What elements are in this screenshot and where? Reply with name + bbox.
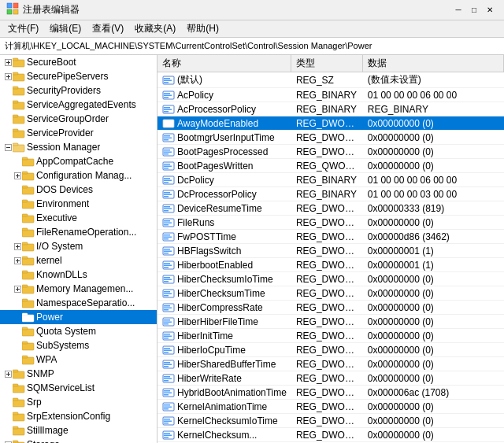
tree-item-srpextensioncfg[interactable]: SrpExtensionConfig	[0, 409, 157, 423]
tree-item-sqmservicelist[interactable]: SQMServiceList	[0, 381, 157, 395]
tree-item-serviceprovider[interactable]: ServiceProvider	[0, 126, 157, 140]
svg-rect-36	[22, 200, 28, 202]
menu-favorites[interactable]: 收藏夹(A)	[130, 20, 180, 37]
table-row[interactable]: HiberSharedBufferTimeREG_DWORD0x00000000…	[158, 357, 504, 371]
svg-rect-19	[13, 115, 18, 117]
cell-type: REG_BINARY	[291, 102, 363, 116]
table-row[interactable]: AwayModeEnabledREG_DWORD0x00000000 (0)	[158, 116, 504, 131]
table-row[interactable]: HybridBootAnimationTimeREG_DWORD0x000006…	[158, 386, 504, 400]
tree-item-stillimage[interactable]: StillImage	[0, 423, 157, 437]
table-row[interactable]: FileRunsREG_DWORD0x00000000 (0)	[158, 216, 504, 230]
tree-item-namespaceseparation[interactable]: NamespaceSeparatio...	[0, 296, 157, 310]
expand-icon[interactable]	[3, 440, 13, 443]
tree-item-executive[interactable]: Executive	[0, 211, 157, 225]
tree-item-serviceaggregatedevents[interactable]: ServiceAggregatedEvents	[0, 98, 157, 112]
tree-item-storage[interactable]: Storage	[0, 437, 157, 443]
table-row[interactable]: HiberChecksumIoTimeREG_DWORD0x00000000 (…	[158, 272, 504, 286]
tree-item-wpa[interactable]: WPA	[0, 353, 157, 367]
folder-icon	[22, 354, 35, 365]
win-minimize[interactable]: ─	[450, 2, 466, 18]
cell-data: REG_BINARY	[363, 102, 504, 116]
expand-icon[interactable]	[3, 142, 13, 152]
svg-rect-157	[164, 323, 169, 325]
win-maximize[interactable]: □	[466, 2, 482, 18]
svg-rect-149	[164, 295, 169, 297]
table-row[interactable]: BootmgrUserInputTimeREG_DWORD0x00000000 …	[158, 131, 504, 145]
tree-item-label: Session Manager	[27, 142, 100, 153]
tree-item-secureboot[interactable]: SecureBoot	[0, 55, 157, 69]
table-row[interactable]: HBFlagsSwitchREG_DWORD0x00000001 (1)	[158, 244, 504, 258]
expand-icon[interactable]	[3, 369, 13, 378]
table-row[interactable]: HiberIoCpuTimeREG_DWORD0x00000000 (0)	[158, 343, 504, 357]
tree-item-securepipeservers[interactable]: SecurePipeServers	[0, 69, 157, 83]
cell-type: REG_QWORD	[291, 159, 363, 173]
expand-icon[interactable]	[3, 57, 13, 67]
tree-item-securityproviders[interactable]: SecurityProviders	[0, 83, 157, 98]
svg-rect-15	[13, 87, 18, 89]
svg-rect-185	[164, 423, 169, 424]
table-row[interactable]: HiberbootEnabledREG_DWORD0x00000001 (1)	[158, 258, 504, 272]
table-row[interactable]: FwPOSTTimeREG_DWORD0x00000d86 (3462)	[158, 230, 504, 244]
table-row[interactable]: HiberCompressRateREG_DWORD0x00000000 (0)	[158, 301, 504, 315]
tree-item-snmp[interactable]: SNMP	[0, 367, 157, 381]
value-panel: 名称 类型 数据 (默认)REG_SZ(数值未设置) AcPolicyREG_B…	[158, 55, 504, 443]
table-row[interactable]: DcPolicyREG_BINARY01 00 00 00 06 00 00	[158, 173, 504, 187]
svg-rect-167	[164, 362, 170, 364]
menu-view[interactable]: 查看(V)	[87, 20, 128, 37]
tree-item-servicegrouporder[interactable]: ServiceGroupOrder	[0, 112, 157, 126]
cell-data: 0x00000000 (0)	[363, 272, 504, 286]
app-title: 注册表编辑器	[23, 3, 80, 17]
tree-item-kernel[interactable]: kernel	[0, 253, 157, 268]
table-row[interactable]: HiberWriteRateREG_DWORD0x00000000 (0)	[158, 371, 504, 386]
tree-item-subsystems[interactable]: SubSystems	[0, 338, 157, 353]
svg-rect-56	[22, 286, 34, 293]
tree-item-appcompatcache[interactable]: AppCompatCache	[0, 154, 157, 168]
tree-item-memorymanagement[interactable]: Memory Managemen...	[0, 282, 157, 296]
tree-item-iooperation[interactable]: I/O System	[0, 239, 157, 253]
tree-item-dosdevices[interactable]: DOS Devices	[0, 183, 157, 197]
cell-name: AcPolicy	[158, 88, 291, 102]
table-row[interactable]: KernelAnimationTimeREG_DWORD0x00000000 (…	[158, 400, 504, 414]
tree-item-label: I/O System	[36, 241, 83, 252]
table-row[interactable]: HiberHiberFileTimeREG_DWORD0x00000000 (0…	[158, 315, 504, 329]
tree-item-srp[interactable]: Srp	[0, 395, 157, 409]
svg-rect-113	[164, 168, 169, 169]
table-row[interactable]: KernelChecksum...REG_DWORD0x00000000 (0)	[158, 428, 504, 442]
table-row[interactable]: (默认)REG_SZ(数值未设置)	[158, 72, 504, 88]
tree-item-power[interactable]: Power	[0, 310, 157, 324]
expand-icon[interactable]	[3, 72, 13, 81]
cell-data: 0x00000000 (0)	[363, 116, 504, 131]
expand-icon[interactable]	[13, 256, 22, 265]
expand-icon[interactable]	[13, 242, 22, 251]
tree-item-filerenameoperations[interactable]: FileRenameOperation...	[0, 225, 157, 239]
svg-rect-153	[164, 309, 169, 311]
menu-bar: 文件(F) 编辑(E) 查看(V) 收藏夹(A) 帮助(H)	[0, 20, 504, 38]
tree-item-quotasystem[interactable]: Quota System	[0, 324, 157, 338]
tree-item-sessionmanager[interactable]: Session Manager	[0, 140, 157, 154]
menu-help[interactable]: 帮助(H)	[182, 20, 224, 37]
menu-file[interactable]: 文件(F)	[3, 20, 43, 37]
win-close[interactable]: ✕	[482, 2, 498, 18]
svg-rect-128	[164, 222, 172, 223]
tree-item-configurationmanager[interactable]: Configuration Manag...	[0, 168, 157, 183]
table-row[interactable]: HiberChecksumTimeREG_DWORD0x00000000 (0)	[158, 286, 504, 301]
svg-rect-74	[13, 384, 18, 386]
tree-item-environment[interactable]: Environment	[0, 197, 157, 211]
expand-icon[interactable]	[13, 284, 22, 293]
svg-rect-63	[22, 327, 28, 330]
cell-data: 0x00000000 (0)	[363, 414, 504, 428]
table-row[interactable]: DcProcessorPolicyREG_BINARY01 00 00 00 0…	[158, 187, 504, 201]
table-row[interactable]: AcPolicyREG_BINARY01 00 00 00 06 00 00	[158, 88, 504, 102]
table-row[interactable]: BootPagesWrittenREG_QWORD0x00000000 (0)	[158, 159, 504, 173]
registry-tree[interactable]: SecureBoot SecurePipeServers SecurityPro…	[0, 55, 158, 443]
svg-rect-64	[22, 343, 34, 350]
table-row[interactable]: BootPagesProcessedREG_DWORD0x00000000 (0…	[158, 145, 504, 159]
menu-edit[interactable]: 编辑(E)	[45, 20, 86, 37]
table-row[interactable]: DeviceResumeTimeREG_DWORD0x00000333 (819…	[158, 201, 504, 216]
expand-icon[interactable]	[13, 171, 22, 180]
tree-item-knowndlls[interactable]: KnownDLLs	[0, 268, 157, 282]
table-row[interactable]: KernelChecksumIoTimeREG_DWORD0x00000000 …	[158, 414, 504, 428]
table-row[interactable]: AcProcessorPolicyREG_BINARYREG_BINARY	[158, 102, 504, 116]
table-row[interactable]: HiberInitTimeREG_DWORD0x00000000 (0)	[158, 329, 504, 343]
cell-type: REG_BINARY	[291, 173, 363, 187]
